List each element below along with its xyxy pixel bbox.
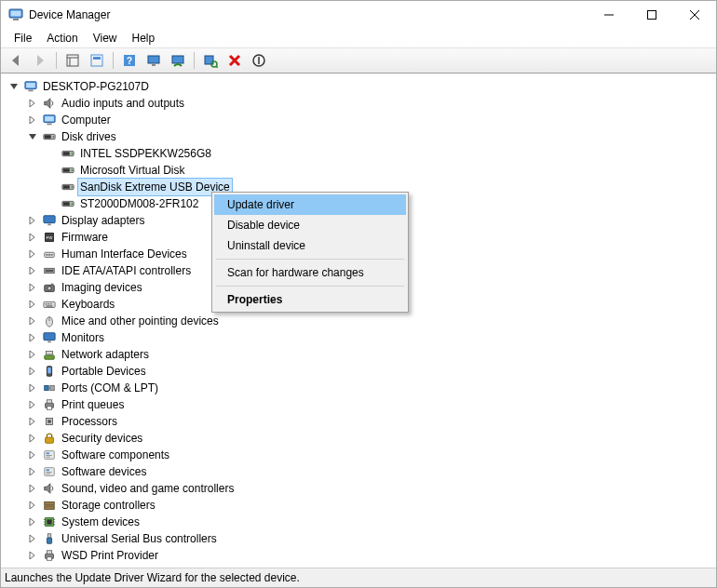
minimize-button[interactable] xyxy=(588,1,630,29)
tree-node-label: Imaging devices xyxy=(60,279,144,296)
expand-collapse-icon[interactable] xyxy=(26,214,39,227)
expand-collapse-icon[interactable] xyxy=(26,281,39,294)
tree-node-label: Audio inputs and outputs xyxy=(60,95,186,112)
software-components-icon xyxy=(41,448,58,462)
monitors-icon xyxy=(41,330,58,345)
tree-node-microsoft-virtual-disk[interactable]: Microsoft Virtual Disk xyxy=(45,162,715,179)
expand-collapse-icon[interactable] xyxy=(26,314,39,327)
toolbar-device-properties-button[interactable] xyxy=(142,50,165,71)
ports-com-lpt-icon xyxy=(41,381,58,395)
wsd-print-provider-icon xyxy=(41,548,58,563)
ide-ata-atapi-controllers-icon xyxy=(41,263,58,278)
mice-and-other-pointing-devices-icon xyxy=(41,314,58,328)
maximize-button[interactable] xyxy=(630,1,673,29)
tree-node-network-adapters[interactable]: Network adapters xyxy=(26,346,715,363)
processors-icon xyxy=(41,414,58,429)
context-menu: Update driver Disable device Uninstall d… xyxy=(211,192,409,313)
expand-collapse-icon[interactable] xyxy=(26,97,39,110)
tree-node-intel-ssdpekkw256g8[interactable]: INTEL SSDPEKKW256G8 xyxy=(45,145,715,162)
expand-collapse-icon[interactable] xyxy=(26,298,39,311)
tree-node-software-devices[interactable]: Software devices xyxy=(26,463,715,480)
tree-node-label: ST2000DM008-2FR102 xyxy=(78,195,200,212)
expand-collapse-icon[interactable] xyxy=(26,465,39,478)
expand-collapse-icon[interactable] xyxy=(26,432,39,445)
device-tree[interactable]: DESKTOP-PG2107DAudio inputs and outputsC… xyxy=(2,74,715,567)
expand-collapse-icon[interactable] xyxy=(26,381,39,394)
expand-collapse-icon[interactable] xyxy=(26,549,39,562)
tree-node-sound-video-and-game-controllers[interactable]: Sound, video and game controllers xyxy=(26,480,715,497)
tree-node-label: Processors xyxy=(60,413,119,430)
network-adapters-icon xyxy=(41,347,58,362)
tree-node-audio-inputs-and-outputs[interactable]: Audio inputs and outputs xyxy=(26,95,715,112)
title-bar: Device Manager xyxy=(1,1,716,29)
toolbar-show-hide-console-button[interactable] xyxy=(61,50,84,71)
expand-collapse-icon[interactable] xyxy=(7,80,20,93)
tree-node-system-devices[interactable]: System devices xyxy=(26,514,715,530)
tree-node-processors[interactable]: Processors xyxy=(26,413,715,430)
tree-node-monitors[interactable]: Monitors xyxy=(26,329,715,346)
context-menu-disable-device[interactable]: Disable device xyxy=(214,215,406,235)
toolbar-update-driver-button[interactable] xyxy=(167,50,189,71)
expand-collapse-icon[interactable] xyxy=(26,532,39,545)
expand-collapse-icon[interactable] xyxy=(26,499,39,512)
context-menu-update-driver[interactable]: Update driver xyxy=(214,194,406,215)
tree-node-storage-controllers[interactable]: Storage controllers xyxy=(26,497,715,514)
print-queues-icon xyxy=(41,397,58,412)
toolbar-scan-hardware-button[interactable] xyxy=(199,50,222,71)
tree-node-label: Ports (COM & LPT) xyxy=(60,380,160,396)
tree-node-software-components[interactable]: Software components xyxy=(26,447,715,463)
expand-collapse-icon[interactable] xyxy=(26,448,39,461)
tree-node-label: Portable Devices xyxy=(60,363,148,380)
toolbar-properties-button[interactable] xyxy=(86,50,108,71)
context-menu-scan-hardware[interactable]: Scan for hardware changes xyxy=(214,262,406,283)
computer-icon xyxy=(22,79,39,94)
expand-collapse-icon[interactable] xyxy=(26,365,39,378)
context-menu-properties[interactable]: Properties xyxy=(214,289,406,310)
context-menu-separator xyxy=(216,259,404,260)
tree-node-wsd-print-provider[interactable]: WSD Print Provider xyxy=(26,547,715,564)
menu-help[interactable]: Help xyxy=(125,30,163,47)
expand-collapse-icon[interactable] xyxy=(26,515,39,528)
firmware-icon xyxy=(41,230,58,245)
tree-node-ports-com-lpt[interactable]: Ports (COM & LPT) xyxy=(26,380,715,396)
context-menu-uninstall-device[interactable]: Uninstall device xyxy=(214,235,406,256)
tree-node-universal-serial-bus-controllers[interactable]: Universal Serial Bus controllers xyxy=(26,530,715,547)
disk-drives-icon xyxy=(41,129,58,144)
tree-node-label: Keyboards xyxy=(60,296,116,313)
tree-node-print-queues[interactable]: Print queues xyxy=(26,396,715,413)
tree-node-label: Software devices xyxy=(60,463,148,480)
toolbar-uninstall-button[interactable] xyxy=(223,50,246,71)
status-text: Launches the Update Driver Wizard for th… xyxy=(5,571,300,584)
tree-node-mice-and-other-pointing-devices[interactable]: Mice and other pointing devices xyxy=(26,313,715,329)
human-interface-devices-icon xyxy=(41,247,58,261)
toolbar xyxy=(1,47,716,74)
toolbar-help-button[interactable] xyxy=(118,50,141,71)
expand-collapse-icon[interactable] xyxy=(26,482,39,495)
expand-collapse-icon[interactable] xyxy=(26,130,39,143)
tree-node-security-devices[interactable]: Security devices xyxy=(26,430,715,447)
expand-collapse-icon[interactable] xyxy=(26,415,39,428)
tree-node-computer[interactable]: Computer xyxy=(26,112,715,128)
tree-node-disk-drives[interactable]: Disk drives xyxy=(26,128,715,145)
portable-devices-icon xyxy=(41,364,58,379)
expand-collapse-icon[interactable] xyxy=(26,398,39,411)
tree-node-label: Firmware xyxy=(60,229,110,246)
expand-collapse-icon[interactable] xyxy=(26,331,39,344)
expand-collapse-icon[interactable] xyxy=(26,114,39,127)
menu-view[interactable]: View xyxy=(86,30,125,47)
context-menu-separator xyxy=(216,286,404,287)
expand-collapse-icon[interactable] xyxy=(26,247,39,261)
display-adapters-icon xyxy=(41,213,58,228)
tree-node-root[interactable]: DESKTOP-PG2107D xyxy=(7,78,715,95)
toolbar-disable-button[interactable] xyxy=(248,50,270,71)
imaging-devices-icon xyxy=(41,280,58,295)
menu-file[interactable]: File xyxy=(7,30,39,47)
menu-action[interactable]: Action xyxy=(39,30,85,47)
toolbar-back-button[interactable] xyxy=(5,50,27,71)
tree-node-portable-devices[interactable]: Portable Devices xyxy=(26,363,715,380)
toolbar-forward-button[interactable] xyxy=(29,50,51,71)
expand-collapse-icon[interactable] xyxy=(26,231,39,244)
expand-collapse-icon[interactable] xyxy=(26,348,39,361)
expand-collapse-icon[interactable] xyxy=(26,264,39,277)
close-button[interactable] xyxy=(673,1,716,29)
